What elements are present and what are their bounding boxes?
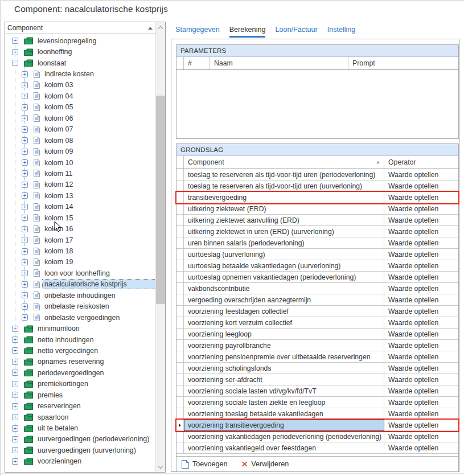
table-row[interactable]: toeslag te reserveren als tijd-voor-tijd… xyxy=(176,180,458,192)
tree-expander[interactable]: + xyxy=(12,436,18,442)
tree-item[interactable]: + kolom 05 xyxy=(5,102,155,113)
tree-item[interactable]: + uit te betalen xyxy=(5,422,155,433)
table-row[interactable]: uurtoeslag (uurverloning) Waarde optelle… xyxy=(176,249,458,260)
tree-expander[interactable]: + xyxy=(22,149,28,155)
tree-expander[interactable]: + xyxy=(22,237,28,243)
scroll-down-button[interactable] xyxy=(156,462,165,471)
tree-item[interactable]: + kolom 14 xyxy=(5,202,155,212)
scrollbar-thumb[interactable] xyxy=(156,96,165,304)
tree-expander[interactable]: + xyxy=(22,292,28,298)
add-button[interactable]: Toevoegen xyxy=(182,460,228,469)
table-row[interactable]: voorziening feestdagen collectief Waarde… xyxy=(176,306,458,317)
tree-item[interactable]: + kolom 06 xyxy=(5,113,155,124)
tab-instelling[interactable]: Instelling xyxy=(327,26,356,38)
tree-item[interactable]: + netto vergoedingen xyxy=(5,345,155,356)
tree-expander[interactable]: + xyxy=(22,192,28,199)
tree-expander[interactable]: + xyxy=(12,381,18,387)
scroll-up-button[interactable] xyxy=(156,23,165,32)
column-header-component[interactable]: Component xyxy=(184,156,384,169)
tree-item[interactable]: + voorzieningen xyxy=(5,456,155,467)
table-row[interactable]: uurtoeslag opnemen vakantiedagen (period… xyxy=(176,272,458,283)
tree-expander[interactable]: + xyxy=(12,403,18,409)
tree-item[interactable]: + kolom 11 xyxy=(5,168,155,179)
table-row[interactable]: uren binnen salaris (periodeverloning) W… xyxy=(176,237,458,249)
table-row[interactable]: uitkering ziektewet aanvulling (ERD) Waa… xyxy=(176,215,458,226)
tree-item[interactable]: + uurvergoedingen (periodeverloning) xyxy=(5,434,155,445)
tree-item[interactable]: + kolom 13 xyxy=(5,190,155,201)
tree-expander[interactable]: + xyxy=(12,447,18,453)
tree-expander[interactable]: + xyxy=(22,248,28,255)
table-row[interactable]: voorziening sociale lasten vd/vg/kv/fd/T… xyxy=(176,385,458,397)
table-row[interactable]: uitkering ziektewet in uren (ERD) (uurve… xyxy=(176,226,458,237)
tab-loon-factuur[interactable]: Loon/Factuur xyxy=(275,26,317,38)
table-row[interactable]: vergoeding overschrijden aanzegtermijn W… xyxy=(176,294,458,306)
tree-item[interactable]: + onbelaste reiskosten xyxy=(5,301,155,312)
tree-expander[interactable]: + xyxy=(22,93,28,99)
tree-item[interactable]: + kolom 18 xyxy=(5,245,155,256)
tree-expander[interactable]: + xyxy=(22,82,28,88)
table-row[interactable]: voorziening kort verzuim collectief Waar… xyxy=(176,317,458,329)
tree-expander[interactable]: + xyxy=(12,326,18,332)
tree-expander[interactable]: + xyxy=(22,170,28,177)
tree-item[interactable]: + uurvergoedingen (uurverloning) xyxy=(5,445,155,456)
table-row[interactable]: voorziening pensioenpremie over uitbetaa… xyxy=(176,351,458,363)
tree-expander[interactable]: + xyxy=(22,314,28,321)
tree-expander[interactable]: + xyxy=(12,49,18,55)
tree-item[interactable]: + kolom 15 xyxy=(5,212,155,223)
tree-expander[interactable]: + xyxy=(22,137,28,143)
tree-item[interactable]: + loonheffing xyxy=(5,46,155,57)
tree-item[interactable]: + premies xyxy=(5,389,155,400)
tree-expander[interactable]: + xyxy=(22,270,28,276)
tree-expander[interactable]: + xyxy=(12,347,18,354)
tab-berekening[interactable]: Berekening xyxy=(229,26,266,38)
tree-item[interactable]: + netto inhoudingen xyxy=(5,334,155,345)
tree-item[interactable]: + kolom 09 xyxy=(5,146,155,157)
tree-expander[interactable]: + xyxy=(12,370,18,376)
tab-stamgegeven[interactable]: Stamgegeven xyxy=(175,26,220,38)
column-header-prompt[interactable]: Prompt xyxy=(348,57,458,69)
tree-item[interactable]: + kolom 17 xyxy=(5,235,155,245)
tree-item[interactable]: − loonstaat xyxy=(5,58,155,68)
tree-expander[interactable]: + xyxy=(22,126,28,133)
tree-expander[interactable]: + xyxy=(12,392,18,398)
tree-item[interactable]: + opnames reservering xyxy=(5,356,155,367)
table-row[interactable]: voorziening toeslag betaalde vakantiedag… xyxy=(176,408,458,420)
tree-item[interactable]: + spaarloon xyxy=(5,412,155,422)
tree-expander[interactable]: + xyxy=(12,337,18,343)
tree-expander[interactable]: + xyxy=(22,115,28,121)
column-header-num[interactable]: # xyxy=(184,57,210,69)
tree-item[interactable]: + kolom 03 xyxy=(5,80,155,91)
tree-item[interactable]: + premiekortingen xyxy=(5,379,155,389)
column-header-operator[interactable]: Operator xyxy=(384,156,458,169)
tree-expander[interactable]: + xyxy=(22,226,28,232)
tree-column-header[interactable]: Component xyxy=(5,22,156,34)
tree-item[interactable]: + reserveringen xyxy=(5,400,155,411)
table-row[interactable]: vakbondscontributie Waarde optellen xyxy=(176,283,458,294)
table-row[interactable]: voorziening vakantiegeld over feestdagen… xyxy=(176,442,458,454)
tree-expander[interactable]: + xyxy=(22,281,28,288)
tree-expander[interactable]: + xyxy=(12,458,18,465)
tree-item[interactable]: + kolom 16 xyxy=(5,223,155,234)
tree-item[interactable]: + periodevergoedingen xyxy=(5,367,155,378)
table-row[interactable]: voorziening scholingsfonds Waarde optell… xyxy=(176,363,458,374)
tree-expander[interactable]: + xyxy=(12,425,18,432)
tree-expander[interactable]: + xyxy=(22,159,28,166)
table-row[interactable]: voorziening transitievergoeding Waarde o… xyxy=(176,420,458,431)
tree-item[interactable]: + levensloopregeling xyxy=(5,35,155,46)
table-row[interactable]: voorziening sociale lasten ziekte en lee… xyxy=(176,397,458,408)
tree-expander[interactable]: + xyxy=(22,303,28,310)
tree-item[interactable]: + indirecte kosten xyxy=(5,68,155,79)
tree-item[interactable]: + minimumloon xyxy=(5,323,155,334)
table-row[interactable]: voorziening payrollbranche Waarde optell… xyxy=(176,340,458,351)
tree-scrollbar[interactable] xyxy=(155,22,165,472)
tree-expander[interactable]: + xyxy=(22,182,28,188)
tree-item[interactable]: + loon voor loonheffing xyxy=(5,268,155,278)
tree-expander[interactable]: + xyxy=(22,215,28,221)
table-row[interactable]: voorziening leegloop Waarde optellen xyxy=(176,329,458,340)
tree-item[interactable]: + kolom 12 xyxy=(5,179,155,190)
tree-expander[interactable]: + xyxy=(12,359,18,365)
table-row[interactable]: voorziening vakantiedagen periodeverloni… xyxy=(176,431,458,442)
delete-button[interactable]: ✕ Verwijderen xyxy=(241,460,289,468)
tree-item[interactable]: + kolom 10 xyxy=(5,157,155,168)
tree-item[interactable]: + nacalculatorische kostprijs xyxy=(5,279,155,290)
